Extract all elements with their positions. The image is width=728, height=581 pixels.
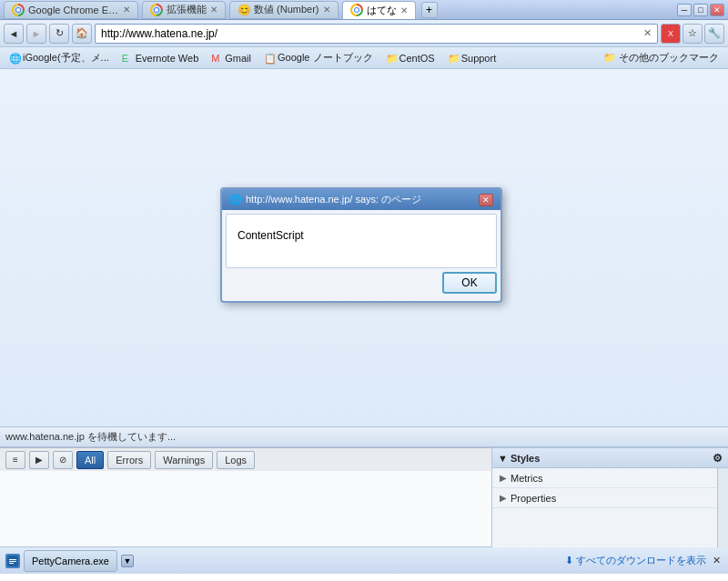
close-button[interactable]: ✕	[710, 4, 724, 16]
devtools-stop-button[interactable]: ⊘	[53, 451, 73, 469]
alert-dialog-title-text: 🌐 http://www.hatena.ne.jp/ says: のページ	[229, 193, 421, 206]
bookmark-evernote-label: Evernote Web	[136, 53, 199, 64]
browser-content: 🌐 http://www.hatena.ne.jp/ says: のページ ✕ …	[0, 69, 728, 426]
devtools-all-button[interactable]: All	[76, 451, 104, 469]
bookmark-google-notebook-icon: 📋	[264, 53, 275, 64]
styles-panel-header: ▼ Styles ⚙	[492, 448, 728, 468]
nav-extra-buttons: X ☆ 🔧	[661, 24, 724, 44]
bookmark-evernote-icon: E	[122, 53, 133, 64]
alert-dialog-message: ContentScript	[238, 229, 485, 242]
properties-arrow-icon: ▶	[500, 493, 507, 503]
devtools-warnings-label: Warnings	[163, 455, 205, 466]
bookmark-google-notebook-label: Google ノートブック	[278, 51, 373, 65]
devtools-section: ≡ ▶ ⊘ All Errors Warnings Logs ▼ Styles …	[0, 446, 728, 546]
forward-button[interactable]: ►	[26, 24, 46, 44]
tab2-close[interactable]: ✕	[210, 5, 217, 15]
tab2-favicon	[150, 4, 163, 16]
new-tab-button[interactable]: +	[421, 2, 438, 18]
tab1-close[interactable]: ✕	[123, 5, 130, 15]
tab-2[interactable]: 拡張機能 ✕	[142, 1, 226, 19]
svg-point-5	[155, 8, 158, 12]
alert-dialog-buttons: OK	[222, 272, 500, 301]
devtools-toolbar: ≡ ▶ ⊘ All Errors Warnings Logs	[0, 447, 491, 471]
back-button[interactable]: ◄	[4, 24, 24, 44]
tab4-label: はてな	[367, 4, 397, 17]
taskbar-dropdown-button[interactable]: ▼	[121, 555, 134, 567]
styles-gear-button[interactable]: ⚙	[713, 452, 723, 465]
bookmark-google-notebook[interactable]: 📋 Google ノートブック	[258, 49, 379, 67]
maximize-button[interactable]: □	[693, 4, 708, 16]
svg-rect-11	[9, 561, 16, 562]
svg-point-2	[16, 8, 20, 12]
devtools-errors-label: Errors	[116, 455, 143, 466]
devtools-step-button[interactable]: ▶	[29, 451, 49, 469]
extensions-button[interactable]: X	[661, 24, 681, 44]
bookmark-evernote[interactable]: E Evernote Web	[116, 49, 205, 67]
download-icon: ⬇	[565, 555, 573, 566]
download-close-button[interactable]: ✕	[710, 555, 723, 567]
bookmark-centos-label: CentOS	[399, 53, 435, 64]
home-button[interactable]: 🏠	[72, 24, 92, 44]
address-bar[interactable]: http://www.hatena.ne.jp/ ✕	[95, 24, 658, 44]
svg-rect-12	[9, 563, 14, 564]
bookmark-gmail-icon: M	[211, 53, 222, 64]
bookmark-gmail[interactable]: M Gmail	[206, 49, 257, 67]
navigation-bar: ◄ ► ↻ 🏠 http://www.hatena.ne.jp/ ✕ X ☆ 🔧	[0, 20, 728, 47]
alert-ok-button[interactable]: OK	[442, 272, 497, 294]
bookmark-centos-icon: 📁	[386, 53, 397, 64]
minimize-button[interactable]: ─	[677, 4, 692, 16]
bookmark-support-label: Support	[461, 53, 497, 64]
metrics-label: Metrics	[511, 473, 542, 484]
other-bookmarks[interactable]: 📁 その他のブックマーク	[598, 49, 724, 67]
bookmark-igoogle-label: iGoogle(予定、メ...	[23, 51, 109, 65]
properties-label: Properties	[511, 493, 556, 504]
metrics-arrow-icon: ▶	[500, 473, 507, 483]
status-bar: www.hatena.ne.jp を待機しています...	[0, 426, 728, 446]
title-bar: Google Chrome Exten... ✕ 拡張機能 ✕ 😊 数値 (Nu…	[0, 0, 728, 20]
devtools-warnings-button[interactable]: Warnings	[155, 451, 213, 469]
tab3-close[interactable]: ✕	[323, 5, 330, 15]
bookmark-support-icon: 📁	[448, 53, 459, 64]
tab-bar: Google Chrome Exten... ✕ 拡張機能 ✕ 😊 数値 (Nu…	[4, 1, 673, 19]
download-all-button[interactable]: ⬇ すべてのダウンロードを表示	[565, 554, 706, 567]
taskbar: PettyCamera.exe ▼ ⬇ すべてのダウンロードを表示 ✕	[0, 546, 728, 574]
properties-panel-item[interactable]: ▶ Properties	[492, 488, 728, 508]
bookmark-igoogle[interactable]: 🌐 iGoogle(予定、メ...	[4, 49, 115, 67]
taskbar-app-label: PettyCamera.exe	[32, 556, 109, 566]
panel-scrollbar[interactable]	[717, 468, 728, 547]
devtools-menu-button[interactable]: ≡	[5, 451, 25, 469]
devtools-left-panel: ≡ ▶ ⊘ All Errors Warnings Logs	[0, 447, 491, 546]
status-text: www.hatena.ne.jp を待機しています...	[5, 430, 176, 444]
download-all-label: すべてのダウンロードを表示	[576, 554, 706, 567]
bookmark-support[interactable]: 📁 Support	[442, 49, 502, 67]
alert-dialog-favicon: 🌐	[229, 194, 242, 205]
metrics-panel-item[interactable]: ▶ Metrics	[492, 468, 728, 488]
tab4-close[interactable]: ✕	[400, 5, 408, 15]
svg-rect-10	[9, 559, 16, 560]
address-clear-button[interactable]: ✕	[643, 27, 652, 39]
tab1-favicon	[12, 4, 25, 16]
url-input[interactable]: http://www.hatena.ne.jp/	[101, 27, 643, 40]
devtools-all-label: All	[85, 455, 96, 466]
alert-dialog-title-bar: 🌐 http://www.hatena.ne.jp/ says: のページ ✕	[222, 189, 500, 210]
tab-1[interactable]: Google Chrome Exten... ✕	[4, 1, 138, 19]
bookmark-button[interactable]: ☆	[682, 24, 703, 44]
devtools-content	[0, 471, 491, 546]
refresh-button[interactable]: ↻	[49, 24, 69, 44]
devtools-errors-button[interactable]: Errors	[107, 451, 151, 469]
wrench-button[interactable]: 🔧	[704, 24, 724, 44]
tab-3[interactable]: 😊 数値 (Number) ✕	[229, 1, 339, 19]
devtools-logs-button[interactable]: Logs	[217, 451, 255, 469]
bookmark-centos[interactable]: 📁 CentOS	[380, 49, 440, 67]
alert-dialog-body: ContentScript	[226, 214, 497, 268]
bookmarks-bar: 🌐 iGoogle(予定、メ... E Evernote Web M Gmail…	[0, 47, 728, 69]
alert-dialog-close-button[interactable]: ✕	[479, 194, 493, 206]
bookmark-igoogle-icon: 🌐	[9, 53, 20, 64]
other-bookmarks-label: その他のブックマーク	[619, 51, 719, 65]
alert-dialog-title-label: http://www.hatena.ne.jp/ says: のページ	[246, 193, 421, 206]
taskbar-app-item[interactable]: PettyCamera.exe	[24, 550, 117, 572]
tab-4[interactable]: はてな ✕	[342, 1, 416, 19]
styles-panel: ▼ Styles ⚙ ▶ Metrics ▶ Properties	[491, 447, 728, 547]
tab2-label: 拡張機能	[167, 3, 207, 16]
bookmark-gmail-label: Gmail	[225, 53, 251, 64]
